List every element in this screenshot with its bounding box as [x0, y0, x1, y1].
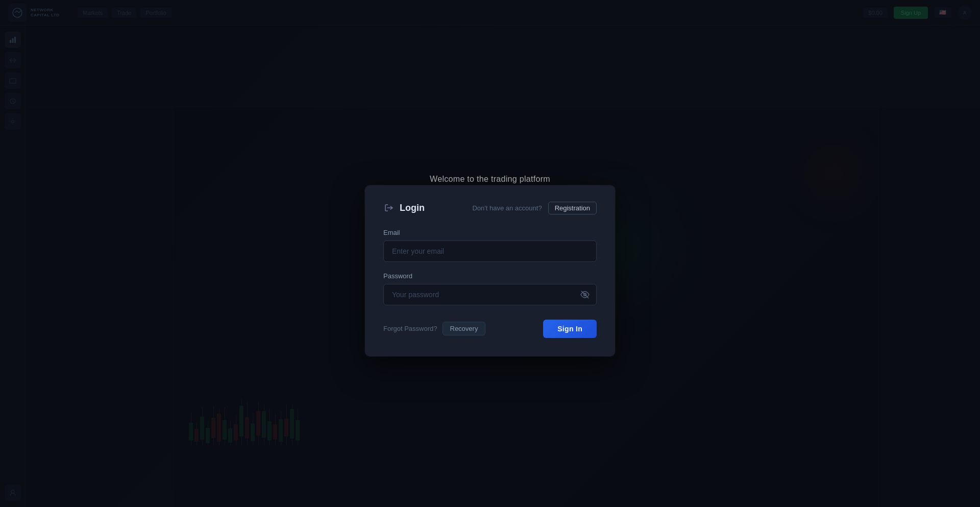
- login-modal: Login Don't have an account? Registratio…: [365, 185, 615, 356]
- email-input[interactable]: [383, 240, 597, 262]
- registration-link[interactable]: Registration: [548, 202, 597, 214]
- password-label: Password: [383, 272, 597, 280]
- forgot-row: Forgot Password? Recovery: [383, 322, 485, 335]
- modal-title: Login: [383, 202, 425, 213]
- modal-header: Login Don't have an account? Registratio…: [383, 202, 597, 214]
- password-input-wrapper: [383, 284, 597, 305]
- dont-have-text: Don't have an account?: [472, 204, 542, 212]
- recovery-button[interactable]: Recovery: [443, 322, 486, 335]
- email-label: Email: [383, 229, 597, 236]
- toggle-password-icon[interactable]: [580, 290, 590, 299]
- email-group: Email: [383, 229, 597, 262]
- sign-in-button[interactable]: Sign In: [543, 320, 597, 338]
- login-icon: [383, 202, 395, 213]
- forgot-text: Forgot Password?: [383, 325, 437, 332]
- welcome-text: Welcome to the trading platform: [430, 175, 550, 184]
- modal-header-right: Don't have an account? Registration: [472, 202, 597, 214]
- modal-footer: Forgot Password? Recovery Sign In: [383, 320, 597, 338]
- password-group: Password: [383, 272, 597, 305]
- modal-title-text: Login: [400, 203, 425, 213]
- overlay: Welcome to the trading platform Login Do…: [0, 0, 980, 507]
- password-input[interactable]: [383, 284, 597, 305]
